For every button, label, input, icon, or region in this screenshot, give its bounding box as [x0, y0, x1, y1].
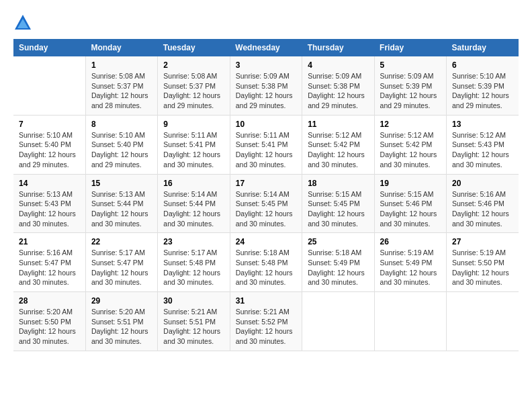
day-info: Sunrise: 5:16 AM Sunset: 5:47 PM Dayligh… — [19, 248, 80, 287]
day-number: 21 — [19, 237, 80, 246]
day-info: Sunrise: 5:12 AM Sunset: 5:42 PM Dayligh… — [380, 130, 441, 170]
day-info: Sunrise: 5:13 AM Sunset: 5:43 PM Dayligh… — [19, 189, 80, 229]
calendar-cell: 21Sunrise: 5:16 AM Sunset: 5:47 PM Dayli… — [13, 233, 85, 292]
day-number: 8 — [91, 120, 152, 129]
day-info: Sunrise: 5:14 AM Sunset: 5:45 PM Dayligh… — [236, 189, 296, 229]
day-info: Sunrise: 5:09 AM Sunset: 5:39 PM Dayligh… — [380, 71, 441, 111]
header-day-friday: Friday — [374, 39, 446, 56]
week-row-3: 14Sunrise: 5:13 AM Sunset: 5:43 PM Dayli… — [13, 174, 519, 233]
day-info: Sunrise: 5:10 AM Sunset: 5:40 PM Dayligh… — [91, 130, 152, 170]
day-info: Sunrise: 5:19 AM Sunset: 5:49 PM Dayligh… — [380, 248, 441, 287]
calendar-cell: 26Sunrise: 5:19 AM Sunset: 5:49 PM Dayli… — [374, 233, 446, 292]
day-number: 23 — [163, 237, 224, 246]
calendar-cell: 23Sunrise: 5:17 AM Sunset: 5:48 PM Dayli… — [158, 233, 230, 292]
calendar-cell: 13Sunrise: 5:12 AM Sunset: 5:43 PM Dayli… — [447, 115, 519, 174]
calendar-cell: 3Sunrise: 5:09 AM Sunset: 5:38 PM Daylig… — [230, 56, 302, 115]
logo-icon — [13, 13, 32, 32]
day-number: 2 — [163, 60, 224, 70]
day-info: Sunrise: 5:09 AM Sunset: 5:38 PM Dayligh… — [236, 71, 296, 111]
day-info: Sunrise: 5:12 AM Sunset: 5:43 PM Dayligh… — [452, 130, 513, 170]
day-info: Sunrise: 5:20 AM Sunset: 5:50 PM Dayligh… — [19, 307, 80, 347]
calendar-cell: 11Sunrise: 5:12 AM Sunset: 5:42 PM Dayli… — [302, 115, 374, 174]
calendar-cell: 22Sunrise: 5:17 AM Sunset: 5:47 PM Dayli… — [85, 233, 157, 292]
day-number: 9 — [163, 120, 224, 129]
calendar-cell: 29Sunrise: 5:20 AM Sunset: 5:51 PM Dayli… — [85, 292, 157, 351]
calendar-cell: 28Sunrise: 5:20 AM Sunset: 5:50 PM Dayli… — [13, 292, 85, 351]
day-number: 3 — [236, 60, 296, 70]
day-number: 26 — [380, 237, 441, 246]
day-number: 25 — [308, 237, 368, 246]
day-info: Sunrise: 5:20 AM Sunset: 5:51 PM Dayligh… — [91, 307, 152, 347]
day-info: Sunrise: 5:15 AM Sunset: 5:45 PM Dayligh… — [308, 189, 368, 229]
day-info: Sunrise: 5:12 AM Sunset: 5:42 PM Dayligh… — [308, 130, 368, 170]
calendar-cell: 6Sunrise: 5:10 AM Sunset: 5:39 PM Daylig… — [447, 56, 519, 115]
day-number: 19 — [380, 179, 441, 188]
calendar-cell: 2Sunrise: 5:08 AM Sunset: 5:37 PM Daylig… — [158, 56, 230, 115]
day-info: Sunrise: 5:10 AM Sunset: 5:39 PM Dayligh… — [452, 71, 513, 111]
calendar-cell: 19Sunrise: 5:15 AM Sunset: 5:46 PM Dayli… — [374, 174, 446, 233]
calendar-cell — [13, 56, 85, 115]
day-info: Sunrise: 5:16 AM Sunset: 5:46 PM Dayligh… — [452, 189, 513, 229]
day-info: Sunrise: 5:15 AM Sunset: 5:46 PM Dayligh… — [380, 189, 441, 229]
calendar-cell — [447, 292, 519, 351]
calendar-cell: 25Sunrise: 5:18 AM Sunset: 5:49 PM Dayli… — [302, 233, 374, 292]
calendar-cell: 18Sunrise: 5:15 AM Sunset: 5:45 PM Dayli… — [302, 174, 374, 233]
day-info: Sunrise: 5:08 AM Sunset: 5:37 PM Dayligh… — [91, 71, 152, 111]
calendar-cell: 7Sunrise: 5:10 AM Sunset: 5:40 PM Daylig… — [13, 115, 85, 174]
day-number: 30 — [163, 296, 224, 306]
day-number: 10 — [236, 120, 296, 129]
day-info: Sunrise: 5:14 AM Sunset: 5:44 PM Dayligh… — [163, 189, 224, 229]
day-info: Sunrise: 5:17 AM Sunset: 5:47 PM Dayligh… — [91, 248, 152, 287]
header-day-thursday: Thursday — [302, 39, 374, 56]
day-number: 27 — [452, 237, 513, 246]
day-number: 24 — [236, 237, 296, 246]
calendar-table: SundayMondayTuesdayWednesdayThursdayFrid… — [13, 39, 519, 351]
week-row-1: 1Sunrise: 5:08 AM Sunset: 5:37 PM Daylig… — [13, 56, 519, 115]
header-row: SundayMondayTuesdayWednesdayThursdayFrid… — [13, 39, 519, 56]
header-day-sunday: Sunday — [13, 39, 85, 56]
calendar-cell: 30Sunrise: 5:21 AM Sunset: 5:51 PM Dayli… — [158, 292, 230, 351]
day-info: Sunrise: 5:21 AM Sunset: 5:51 PM Dayligh… — [163, 307, 224, 347]
calendar-cell: 14Sunrise: 5:13 AM Sunset: 5:43 PM Dayli… — [13, 174, 85, 233]
day-info: Sunrise: 5:10 AM Sunset: 5:40 PM Dayligh… — [19, 130, 80, 170]
header-day-monday: Monday — [85, 39, 157, 56]
day-number: 12 — [380, 120, 441, 129]
day-number: 17 — [236, 179, 296, 188]
calendar-cell: 17Sunrise: 5:14 AM Sunset: 5:45 PM Dayli… — [230, 174, 302, 233]
day-number: 11 — [308, 120, 368, 129]
day-number: 5 — [380, 60, 441, 70]
calendar-cell: 27Sunrise: 5:19 AM Sunset: 5:50 PM Dayli… — [447, 233, 519, 292]
day-number: 31 — [236, 296, 296, 306]
day-number: 15 — [91, 179, 152, 188]
calendar-cell: 20Sunrise: 5:16 AM Sunset: 5:46 PM Dayli… — [447, 174, 519, 233]
calendar-cell: 5Sunrise: 5:09 AM Sunset: 5:39 PM Daylig… — [374, 56, 446, 115]
calendar-cell: 24Sunrise: 5:18 AM Sunset: 5:48 PM Dayli… — [230, 233, 302, 292]
day-number: 29 — [91, 296, 152, 306]
calendar-cell: 4Sunrise: 5:09 AM Sunset: 5:38 PM Daylig… — [302, 56, 374, 115]
day-info: Sunrise: 5:17 AM Sunset: 5:48 PM Dayligh… — [163, 248, 224, 287]
calendar-cell: 15Sunrise: 5:13 AM Sunset: 5:44 PM Dayli… — [85, 174, 157, 233]
page-header — [13, 13, 519, 32]
day-number: 1 — [91, 60, 152, 70]
header-day-tuesday: Tuesday — [158, 39, 230, 56]
day-info: Sunrise: 5:18 AM Sunset: 5:48 PM Dayligh… — [236, 248, 296, 287]
calendar-cell: 9Sunrise: 5:11 AM Sunset: 5:41 PM Daylig… — [158, 115, 230, 174]
calendar-cell: 10Sunrise: 5:11 AM Sunset: 5:41 PM Dayli… — [230, 115, 302, 174]
header-day-wednesday: Wednesday — [230, 39, 302, 56]
week-row-4: 21Sunrise: 5:16 AM Sunset: 5:47 PM Dayli… — [13, 233, 519, 292]
day-info: Sunrise: 5:08 AM Sunset: 5:37 PM Dayligh… — [163, 71, 224, 111]
day-number: 28 — [19, 296, 80, 306]
calendar-cell: 12Sunrise: 5:12 AM Sunset: 5:42 PM Dayli… — [374, 115, 446, 174]
day-number: 7 — [19, 120, 80, 129]
calendar-cell: 31Sunrise: 5:21 AM Sunset: 5:52 PM Dayli… — [230, 292, 302, 351]
day-info: Sunrise: 5:09 AM Sunset: 5:38 PM Dayligh… — [308, 71, 368, 111]
calendar-cell: 16Sunrise: 5:14 AM Sunset: 5:44 PM Dayli… — [158, 174, 230, 233]
day-info: Sunrise: 5:13 AM Sunset: 5:44 PM Dayligh… — [91, 189, 152, 229]
calendar-cell: 1Sunrise: 5:08 AM Sunset: 5:37 PM Daylig… — [85, 56, 157, 115]
logo — [13, 13, 35, 32]
header-day-saturday: Saturday — [447, 39, 519, 56]
week-row-5: 28Sunrise: 5:20 AM Sunset: 5:50 PM Dayli… — [13, 292, 519, 351]
day-number: 6 — [452, 60, 513, 70]
day-number: 4 — [308, 60, 368, 70]
day-number: 18 — [308, 179, 368, 188]
